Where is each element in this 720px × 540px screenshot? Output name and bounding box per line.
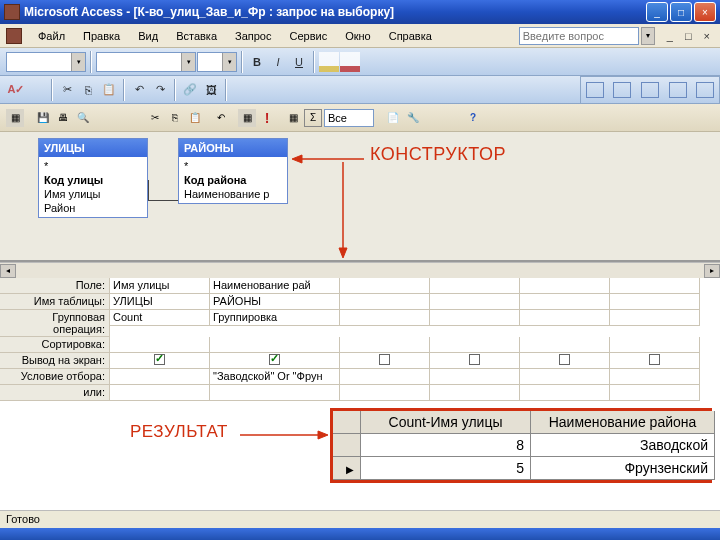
toprows-input[interactable] (324, 109, 374, 127)
spellcheck-icon[interactable]: A✓ (6, 80, 26, 100)
menu-view[interactable]: Вид (130, 27, 166, 45)
paste-icon[interactable]: 📋 (99, 80, 119, 100)
paste-button[interactable]: 📋 (186, 109, 204, 127)
copy-icon[interactable]: ⎘ (78, 80, 98, 100)
mdi-close[interactable]: × (700, 28, 714, 44)
copy-button[interactable]: ⎘ (166, 109, 184, 127)
result-cell-name-0[interactable]: Заводской (531, 434, 715, 457)
save-button[interactable]: 💾 (34, 109, 52, 127)
italic-button[interactable]: I (268, 52, 288, 72)
grid-show-4[interactable] (430, 353, 520, 369)
view-button[interactable]: ▦ (6, 109, 24, 127)
result-cell-name-1[interactable]: Фрунзенский (531, 457, 715, 480)
align-right-icon[interactable] (669, 82, 687, 98)
newobject-button[interactable] (444, 109, 462, 127)
maximize-button[interactable]: □ (670, 2, 692, 22)
redo-icon[interactable]: ↷ (150, 80, 170, 100)
result-row-selector[interactable] (333, 434, 361, 457)
grid-table-1[interactable]: УЛИЦЫ (110, 294, 210, 310)
grid-show-6[interactable] (610, 353, 700, 369)
query-design-pane[interactable]: УЛИЦЫ * Код улицы Имя улицы Район РАЙОНЫ… (0, 132, 720, 262)
relationship-line[interactable] (148, 200, 178, 201)
field-star[interactable]: * (41, 159, 145, 173)
mdi-minimize[interactable]: _ (663, 28, 677, 44)
querytype-button[interactable]: ▦ (238, 109, 256, 127)
grid-field-2[interactable]: Наименование рай (210, 278, 340, 294)
print-button[interactable]: 🖶 (54, 109, 72, 127)
undo-button[interactable]: ↶ (212, 109, 230, 127)
indent-left-icon[interactable] (586, 82, 604, 98)
bold-button[interactable]: B (247, 52, 267, 72)
table-icon[interactable] (273, 80, 293, 100)
menu-file[interactable]: Файл (30, 27, 73, 45)
table-ulitsy[interactable]: УЛИЦЫ * Код улицы Имя улицы Район (38, 138, 148, 218)
sort-asc-button[interactable] (100, 109, 118, 127)
grid-show-3[interactable] (340, 353, 430, 369)
scroll-right-icon[interactable]: ▸ (704, 264, 720, 278)
fontsize-dropdown[interactable]: ▾ (197, 52, 237, 72)
grid-button[interactable] (382, 52, 402, 72)
grid-group-2[interactable]: Группировка (210, 310, 340, 326)
result-row-selector-current[interactable] (333, 457, 361, 480)
mdi-restore[interactable]: □ (681, 28, 696, 44)
result-cell-count-1[interactable]: 5 (361, 457, 531, 480)
system-menu-icon[interactable] (6, 28, 22, 44)
grid-criteria-2[interactable]: "Заводской" Or "Фрун (210, 369, 340, 385)
grid-group-1[interactable]: Count (110, 310, 210, 326)
design-hscroll[interactable]: ◂ ▸ (0, 262, 720, 278)
menu-service[interactable]: Сервис (281, 27, 335, 45)
fontcolor-button[interactable] (340, 52, 360, 72)
grid-field-5[interactable] (520, 278, 610, 294)
grid-field-3[interactable] (340, 278, 430, 294)
totals-button[interactable]: Σ (304, 109, 322, 127)
dbwindow-button[interactable] (424, 109, 442, 127)
showtable-button[interactable]: ▦ (284, 109, 302, 127)
result-header-count[interactable]: Count-Имя улицы (361, 411, 531, 434)
field-kod-rayona[interactable]: Код района (181, 173, 285, 187)
linecolor-button[interactable] (361, 52, 381, 72)
minimize-button[interactable]: _ (646, 2, 668, 22)
underline-button[interactable]: U (289, 52, 309, 72)
properties-button[interactable]: 📄 (384, 109, 402, 127)
close-button[interactable]: × (694, 2, 716, 22)
form-icon[interactable] (231, 80, 251, 100)
menu-insert[interactable]: Вставка (168, 27, 225, 45)
menu-window[interactable]: Окно (337, 27, 379, 45)
cut-icon[interactable]: ✂ (57, 80, 77, 100)
field-naimenovanie[interactable]: Наименование р (181, 187, 285, 201)
combo-icon[interactable] (252, 80, 272, 100)
image-icon[interactable]: 🖼 (201, 80, 221, 100)
menu-help[interactable]: Справка (381, 27, 440, 45)
align-center-icon[interactable] (696, 82, 714, 98)
grid-field-1[interactable]: Имя улицы (110, 278, 210, 294)
menu-edit[interactable]: Правка (75, 27, 128, 45)
object-dropdown[interactable]: ▾ (6, 52, 86, 72)
grid-field-4[interactable] (430, 278, 520, 294)
result-cell-count-0[interactable]: 8 (361, 434, 531, 457)
menu-query[interactable]: Запрос (227, 27, 279, 45)
grid-show-5[interactable] (520, 353, 610, 369)
table-rayony[interactable]: РАЙОНЫ * Код района Наименование р (178, 138, 288, 204)
field-star[interactable]: * (181, 159, 285, 173)
help-button[interactable]: ? (464, 109, 482, 127)
font-dropdown[interactable]: ▾ (96, 52, 196, 72)
field-kod-ulitsy[interactable]: Код улицы (41, 173, 145, 187)
field-rayon[interactable]: Район (41, 201, 145, 215)
align-left-icon[interactable] (641, 82, 659, 98)
cut-button[interactable]: ✂ (146, 109, 164, 127)
grid-table-2[interactable]: РАЙОНЫ (210, 294, 340, 310)
link-icon[interactable]: 🔗 (180, 80, 200, 100)
build-button[interactable]: 🔧 (404, 109, 422, 127)
undo-icon[interactable]: ↶ (129, 80, 149, 100)
fillcolor-button[interactable] (319, 52, 339, 72)
preview-button[interactable]: 🔍 (74, 109, 92, 127)
grid-show-2[interactable] (210, 353, 340, 369)
scroll-left-icon[interactable]: ◂ (0, 264, 16, 278)
result-header-name[interactable]: Наименование района (531, 411, 715, 434)
research-icon[interactable] (27, 80, 47, 100)
sort-desc-button[interactable] (120, 109, 138, 127)
run-button[interactable]: ! (258, 109, 276, 127)
grid-show-1[interactable] (110, 353, 210, 369)
help-dropdown-arrow[interactable]: ▾ (641, 27, 655, 45)
help-input[interactable] (519, 27, 639, 45)
